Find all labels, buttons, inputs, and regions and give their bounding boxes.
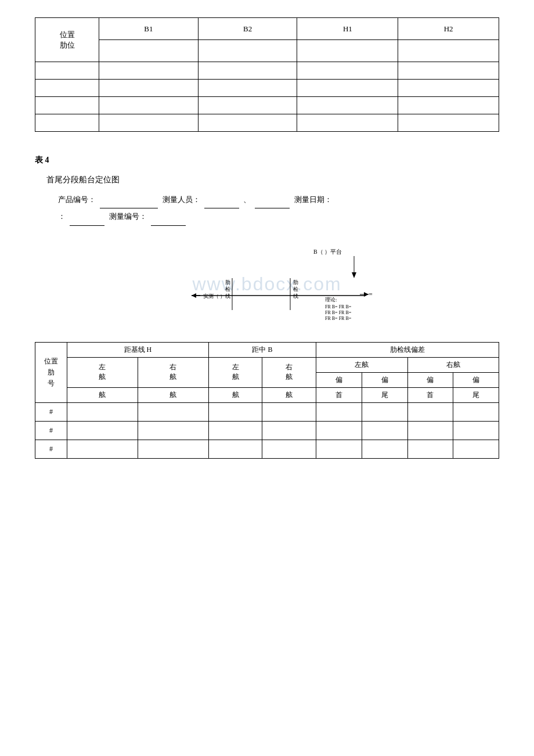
svg-text:FR   B=   FR   B=: FR B= FR B=: [325, 310, 352, 315]
diagram-title: 首尾分段船台定位图: [35, 171, 499, 189]
bottom-table-right-stern-sub: 尾: [453, 387, 499, 402]
info-block: 首尾分段船台定位图 产品编号： 测量人员： 、 测量日期： ： 测量编号：: [35, 171, 499, 226]
svg-text:线: 线: [225, 293, 230, 299]
number-value-field: [151, 208, 186, 226]
row3-dev-ll-stern: [362, 440, 407, 458]
bottom-table: 位置 肋 号 距基线 H 距中 B 肋检线偏差 左舷 右舷 左舷 右舷 左舷 右…: [35, 342, 499, 459]
diagram-svg: B（ ）平台 肋 检 线 肋 检 线: [145, 243, 389, 325]
bottom-table-H-right-sub: 舷: [138, 387, 208, 402]
row1-dev-rl-bow: [407, 402, 453, 421]
row2-b-right: [262, 421, 316, 440]
svg-text:=: =: [369, 290, 373, 298]
bottom-table-H-right: 右舷: [138, 357, 208, 387]
form-line-1: 产品编号： 测量人员： 、 测量日期：: [35, 192, 499, 209]
bottom-table-H-header: 距基线 H: [67, 342, 209, 357]
bottom-table-right-stern-header: 偏: [453, 372, 499, 387]
bottom-table-H-left-sub: 舷: [67, 387, 138, 402]
row1-h-left: [67, 402, 138, 421]
table-row: #: [35, 421, 499, 440]
table-row: [35, 80, 499, 97]
bottom-table-position-header: 位置 肋 号: [35, 342, 67, 402]
platform-label: B（ ）平台: [313, 249, 342, 255]
svg-text:肋: 肋: [225, 279, 230, 285]
table-row: [35, 40, 499, 62]
row1-b-right: [262, 402, 316, 421]
row2-dev-rl-bow: [407, 421, 453, 440]
bottom-table-deviation-right: 右舷: [407, 357, 499, 372]
table-row: #: [35, 440, 499, 458]
row2-h-left: [67, 421, 138, 440]
table-row: [35, 62, 499, 80]
svg-text:FR   B=   FR   B=: FR B= FR B=: [325, 316, 352, 321]
product-value-field: [100, 192, 158, 209]
row2-h-right: [138, 421, 208, 440]
measurer-value1-field: [204, 192, 239, 209]
svg-text:FR   B=   FR   B=: FR B= FR B=: [325, 304, 352, 309]
bottom-table-deviation-left: 左舷: [316, 357, 407, 372]
row2-b-left: [208, 421, 262, 440]
top-table-h2-header: H2: [398, 18, 499, 40]
row1-dev-ll-bow: [316, 402, 362, 421]
row3-b-right: [262, 440, 316, 458]
row3-dev-ll-bow: [316, 440, 362, 458]
top-table-position-header: 位置 肋位: [35, 18, 99, 62]
row3-b-left: [208, 440, 262, 458]
svg-text:实测（  ）: 实测（ ）: [203, 293, 225, 299]
svg-text:检: 检: [293, 286, 298, 292]
top-table-b2-header: B2: [198, 18, 297, 40]
svg-marker-12: [192, 293, 196, 298]
row2-dev-ll-stern: [362, 421, 407, 440]
date-label: 测量日期：: [294, 195, 332, 204]
row3-h-left: [67, 440, 138, 458]
top-table-h1-header: H1: [297, 18, 398, 40]
bottom-table-B-right-sub: 舷: [262, 387, 316, 402]
bottom-table-left-stern-header: 偏: [362, 372, 407, 387]
svg-text:检: 检: [225, 286, 230, 292]
svg-text:肋: 肋: [293, 279, 298, 285]
form-line-2: ： 测量编号：: [35, 208, 499, 226]
section-label: 表 4: [35, 155, 499, 165]
svg-marker-1: [352, 272, 356, 278]
row2-dev-rl-stern: [453, 421, 499, 440]
bottom-table-left-bow-header: 偏: [316, 372, 362, 387]
product-label: 产品编号：: [58, 195, 96, 204]
row-num-1: #: [35, 402, 67, 421]
row-num-2: #: [35, 421, 67, 440]
row1-dev-ll-stern: [362, 402, 407, 421]
svg-marker-15: [364, 292, 369, 297]
bottom-table-B-right: 右舷: [262, 357, 316, 387]
svg-text:线: 线: [293, 293, 298, 299]
row1-h-right: [138, 402, 208, 421]
top-table-b1-header: B1: [99, 18, 199, 40]
row1-b-left: [208, 402, 262, 421]
table-row: [35, 114, 499, 132]
bottom-table-right-bow-sub: 首: [407, 387, 453, 402]
svg-text:理论:: 理论:: [325, 297, 337, 303]
date-value-field: [70, 208, 104, 226]
row-num-3: #: [35, 440, 67, 458]
number-label: 测量编号：: [109, 212, 147, 221]
table-row: [35, 97, 499, 114]
bottom-table-B-header: 距中 B: [208, 342, 316, 357]
bottom-table-B-left: 左舷: [208, 357, 262, 387]
ship-diagram: B（ ）平台 肋 检 线 肋 检 线: [145, 243, 389, 325]
row3-dev-rl-bow: [407, 440, 453, 458]
top-table: 位置 肋位 B1 B2 H1 H2: [35, 17, 499, 132]
bottom-table-B-left-sub: 舷: [208, 387, 262, 402]
row2-dev-ll-bow: [316, 421, 362, 440]
bottom-table-right-bow-header: 偏: [407, 372, 453, 387]
bottom-table-deviation-header: 肋检线偏差: [316, 342, 499, 357]
table-row: #: [35, 402, 499, 421]
row3-h-right: [138, 440, 208, 458]
row3-dev-rl-stern: [453, 440, 499, 458]
measurer-label: 测量人员：: [163, 195, 200, 204]
row1-dev-rl-stern: [453, 402, 499, 421]
diagram-area: www.bdocx.com B（ ）平台 肋 检 线 肋 检 线: [35, 237, 499, 330]
measurer-value2-field: [255, 192, 290, 209]
bottom-table-left-bow-sub: 首: [316, 387, 362, 402]
bottom-table-left-stern-sub: 尾: [362, 387, 407, 402]
bottom-table-H-left: 左舷: [67, 357, 138, 387]
